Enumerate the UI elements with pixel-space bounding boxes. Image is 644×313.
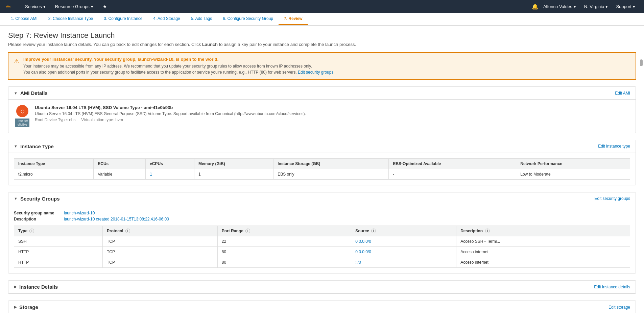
warning-line2: You can also open additional ports in yo… — [23, 69, 333, 75]
user-menu[interactable]: Alfonso Valdes ▾ — [540, 4, 579, 9]
edit-instance-details-link[interactable]: Edit instance details — [594, 285, 630, 289]
table-cell: Acceso internet — [456, 247, 630, 257]
edit-instance-type-link[interactable]: Edit instance type — [598, 144, 630, 149]
type-info-icon[interactable]: i — [29, 229, 34, 233]
resource-groups-menu[interactable]: Resource Groups ▾ — [52, 0, 97, 13]
ami-meta: Root Device Type: ebs Virtualization typ… — [35, 118, 306, 122]
edit-storage-link[interactable]: Edit storage — [609, 305, 630, 310]
step-2[interactable]: 2. Choose Instance Type — [43, 13, 99, 25]
instance-type-table: Instance Type ECUs vCPUs Memory (GiB) In… — [14, 158, 630, 180]
warning-line1: Your instances may be accessible from an… — [23, 63, 333, 69]
table-cell: Acceso SSH - Termi... — [456, 236, 630, 247]
table-cell: 1 — [146, 169, 194, 179]
instance-type-section: ▼ Instance Type Edit instance type Insta… — [8, 140, 636, 185]
table-cell: TCP — [102, 247, 217, 257]
ami-icon-block: ◯ Free tier eligible — [14, 105, 31, 127]
top-nav: aws Services ▾ Resource Groups ▾ ★ 🔔 Alf… — [0, 0, 644, 13]
svg-text:aws: aws — [6, 5, 11, 8]
sg-table: Type i Protocol i Port Range i Source — [14, 226, 630, 268]
step-3[interactable]: 3. Configure Instance — [98, 13, 148, 25]
security-warning: ⚠ Improve your instances' security. Your… — [8, 52, 636, 80]
instance-details-title: ▶ Instance Details — [14, 284, 58, 290]
scrollbar[interactable] — [640, 59, 643, 66]
aws-logo[interactable]: aws — [5, 3, 19, 10]
step-6[interactable]: 6. Configure Security Group — [217, 13, 279, 25]
instance-type-title: ▼ Instance Type — [14, 144, 54, 149]
bookmarks-icon[interactable]: ★ — [99, 0, 110, 13]
warning-icon: ⚠ — [14, 57, 19, 65]
warning-title: Improve your instances' security. Your s… — [23, 57, 333, 62]
storage-title: ▶ Storage — [14, 304, 38, 310]
port-info-icon[interactable]: i — [245, 229, 250, 233]
sg-name-value: launch-wizard-10 — [64, 211, 95, 215]
nav-right: 🔔 Alfonso Valdes ▾ N. Virginia ▾ Support… — [532, 3, 639, 10]
edit-security-groups-link[interactable]: Edit security groups — [595, 196, 630, 201]
col-ecus: ECUs — [94, 158, 146, 169]
sg-col-port: Port Range i — [217, 226, 351, 236]
main-content: Step 7: Review Instance Launch Please re… — [0, 26, 644, 313]
instance-type-collapse-icon[interactable]: ▼ — [14, 144, 18, 148]
sg-desc-value: launch-wizard-10 created 2018-01-15T13:0… — [64, 217, 169, 221]
security-groups-collapse-icon[interactable]: ▼ — [14, 197, 18, 201]
table-cell: Low to Moderate — [516, 169, 630, 179]
steps-bar: 1. Choose AMI 2. Choose Instance Type 3.… — [0, 13, 644, 26]
support-menu[interactable]: Support ▾ — [613, 4, 639, 9]
table-cell: TCP — [102, 257, 217, 268]
table-cell: Acceso internet — [456, 257, 630, 268]
col-instance-type: Instance Type — [14, 158, 94, 169]
sg-name-row: Security group name launch-wizard-10 — [14, 211, 630, 215]
protocol-info-icon[interactable]: i — [125, 229, 130, 233]
sg-name-label: Security group name — [14, 211, 61, 215]
chevron-down-icon: ▾ — [91, 4, 93, 9]
security-groups-body: Security group name launch-wizard-10 Des… — [8, 205, 636, 273]
security-groups-title: ▼ Security Groups — [14, 196, 60, 202]
col-vcpus: vCPUs — [146, 158, 194, 169]
col-ebs-optimized: EBS-Optimized Available — [389, 158, 516, 169]
storage-header: ▶ Storage Edit storage — [8, 301, 636, 313]
table-row: SSHTCP220.0.0.0/0Acceso SSH - Termi... — [14, 236, 630, 247]
table-cell: 80 — [217, 257, 351, 268]
instance-details-collapse-icon[interactable]: ▶ — [14, 285, 17, 289]
edit-ami-link[interactable]: Edit AMI — [615, 91, 630, 96]
col-network-perf: Network Performance — [516, 158, 630, 169]
desc-info-icon[interactable]: i — [485, 229, 490, 233]
storage-section: ▶ Storage Edit storage — [8, 301, 636, 313]
table-cell: 0.0.0.0/0 — [351, 247, 456, 257]
step-1[interactable]: 1. Choose AMI — [5, 13, 43, 25]
ami-row: ◯ Free tier eligible Ubuntu Server 16.04… — [14, 105, 630, 127]
step-5[interactable]: 5. Add Tags — [186, 13, 218, 25]
instance-type-header: ▼ Instance Type Edit instance type — [8, 140, 636, 153]
chevron-down-icon: ▾ — [574, 4, 576, 9]
security-groups-header: ▼ Security Groups Edit security groups — [8, 192, 636, 205]
storage-collapse-icon[interactable]: ▶ — [14, 305, 17, 309]
notification-bell-icon[interactable]: 🔔 — [532, 3, 539, 10]
source-info-icon[interactable]: i — [371, 229, 376, 233]
instance-type-body: Instance Type ECUs vCPUs Memory (GiB) In… — [8, 153, 636, 185]
page-title: Step 7: Review Instance Launch — [8, 31, 636, 40]
warning-content: Improve your instances' security. Your s… — [23, 57, 333, 75]
sg-desc-label: Description — [14, 217, 61, 221]
ami-collapse-icon[interactable]: ▼ — [14, 91, 18, 95]
sg-meta: Security group name launch-wizard-10 Des… — [14, 211, 630, 221]
table-cell: 0.0.0.0/0 — [351, 236, 456, 247]
services-menu[interactable]: Services ▾ — [22, 0, 49, 13]
table-cell: Variable — [94, 169, 146, 179]
step-4[interactable]: 4. Add Storage — [148, 13, 185, 25]
region-menu[interactable]: N. Virginia ▾ — [581, 4, 612, 9]
ami-section: ▼ AMI Details Edit AMI ◯ Free tier eligi… — [8, 86, 636, 133]
table-cell: - — [389, 169, 516, 179]
table-cell: HTTP — [14, 257, 103, 268]
instance-details-header: ▶ Instance Details Edit instance details — [8, 281, 636, 293]
ubuntu-icon: ◯ — [16, 105, 28, 117]
sg-desc-row: Description launch-wizard-10 created 201… — [14, 217, 630, 221]
instance-details-section: ▶ Instance Details Edit instance details — [8, 280, 636, 294]
table-cell: t2.micro — [14, 169, 94, 179]
table-cell: ::/0 — [351, 257, 456, 268]
chevron-down-icon: ▾ — [43, 4, 46, 9]
chevron-down-icon: ▾ — [633, 4, 635, 9]
page-subtitle: Please review your instance launch detai… — [8, 42, 636, 47]
table-row: HTTPTCP800.0.0.0/0Acceso internet — [14, 247, 630, 257]
warning-edit-security-link[interactable]: Edit security groups — [298, 70, 333, 75]
step-7[interactable]: 7. Review — [279, 13, 308, 25]
ami-name: Ubuntu Server 16.04 LTS (HVM), SSD Volum… — [35, 105, 306, 110]
